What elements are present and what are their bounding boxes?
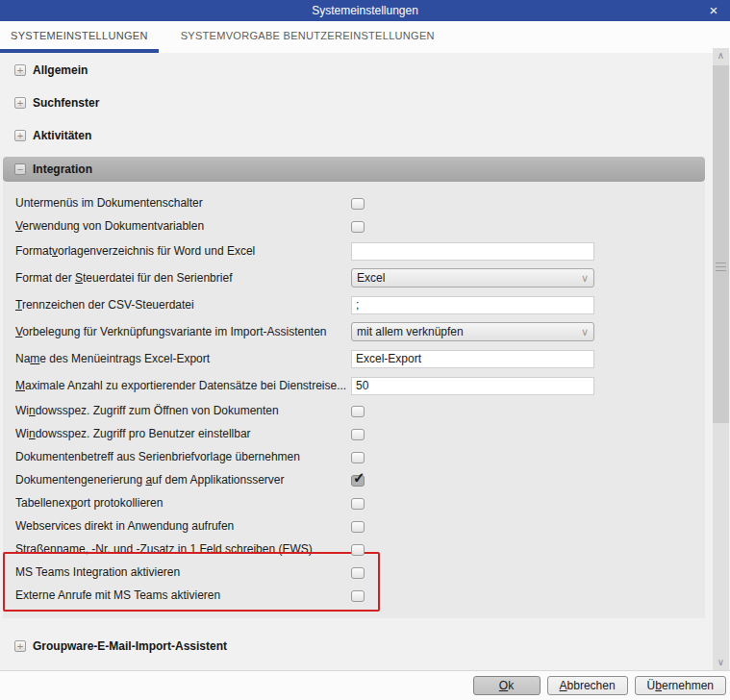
text-input[interactable]	[351, 296, 594, 314]
section-label: Integration	[33, 162, 92, 176]
setting-label: Dokumentenbetreff aus Serienbriefvorlage…	[15, 450, 351, 463]
settings-dialog: Systemeinstellungen × SYSTEMEINSTELLUNGE…	[0, 0, 730, 700]
settings-row: Windowsspez. Zugriff zum Öffnen von Doku…	[15, 399, 705, 422]
setting-label: Tabellenexport protokollieren	[15, 496, 351, 510]
setting-control: Excel∨	[351, 268, 594, 288]
title-bar: Systemeinstellungen ×	[0, 0, 730, 21]
scroll-down-icon[interactable]: ∨	[713, 655, 729, 670]
setting-control	[351, 404, 365, 417]
setting-control	[351, 196, 365, 210]
text-input[interactable]	[351, 350, 594, 368]
window-title: Systemeinstellungen	[312, 4, 418, 17]
section-header-1[interactable]: + Suchfenster	[0, 87, 709, 119]
setting-label: Straßenname, -Nr. und -Zusatz in 1 Feld …	[15, 542, 351, 556]
expand-icon[interactable]: +	[14, 640, 26, 652]
footer-button-bar: Ok Abbrechen Übernehmen	[0, 670, 730, 700]
expand-icon[interactable]: +	[14, 97, 26, 109]
vertical-scrollbar[interactable]: ∧ ∨	[713, 48, 729, 670]
checkbox[interactable]	[351, 498, 365, 510]
check-icon: ✓	[353, 469, 365, 487]
settings-row: Verwendung von Dokumentvariablen	[15, 214, 705, 238]
text-input[interactable]	[351, 242, 594, 261]
section-label: Groupware-E-Mail-Import-Assistent	[33, 639, 227, 653]
setting-label: Externe Anrufe mit MS Teams aktivieren	[15, 588, 351, 602]
collapse-icon[interactable]: −	[14, 163, 26, 175]
checkbox[interactable]	[351, 567, 365, 579]
setting-label: Untermenüs im Dokumentenschalter	[15, 196, 351, 210]
footer-button-abbrechen[interactable]: Abbrechen	[547, 676, 628, 695]
setting-label: Name des Menüeintrags Excel-Export	[15, 352, 351, 365]
chevron-down-icon: ∨	[581, 326, 589, 338]
setting-label: MS Teams Integration aktivieren	[15, 565, 351, 579]
dropdown-value: Excel	[357, 271, 581, 285]
checkbox[interactable]	[351, 198, 365, 210]
setting-label: Trennzeichen der CSV-Steuerdatei	[15, 298, 351, 312]
section-header-integration[interactable]: − Integration	[3, 157, 705, 182]
scroll-up-icon[interactable]: ∧	[713, 48, 729, 63]
settings-row: Formatvorlagenverzeichnis für Word und E…	[15, 238, 705, 264]
footer-button-ok[interactable]: Ok	[473, 676, 541, 695]
section-label: Allgemein	[33, 63, 88, 77]
settings-row: Webservices direkt in Anwendung aufrufen	[15, 514, 705, 538]
setting-control	[351, 450, 365, 463]
checkbox[interactable]	[351, 452, 365, 463]
settings-scroll-area: + Allgemein + Suchfenster + Aktivitäten …	[0, 53, 709, 670]
close-icon[interactable]: ×	[697, 0, 730, 21]
expand-icon[interactable]: +	[14, 64, 26, 76]
dropdown[interactable]: Excel∨	[351, 268, 594, 288]
dropdown-value: mit allem verknüpfen	[357, 325, 581, 338]
settings-row: Name des Menüeintrags Excel-Export	[15, 345, 705, 372]
settings-row: MS Teams Integration aktivieren	[15, 561, 705, 584]
settings-row: Format der Steuerdatei für den Serienbri…	[15, 264, 705, 291]
setting-label: Windowsspez. Zugriff zum Öffnen von Doku…	[15, 404, 351, 417]
setting-control	[351, 377, 594, 395]
scrollbar-grip	[716, 262, 726, 274]
setting-control	[351, 565, 365, 579]
settings-row: Vorbelegung für Verknüpfungsvariante im …	[15, 318, 705, 345]
tab-bar: SYSTEMEINSTELLUNGEN SYSTEMVORGABE BENUTZ…	[0, 21, 730, 53]
tab-systemeinstellungen[interactable]: SYSTEMEINSTELLUNGEN	[0, 21, 159, 53]
dropdown[interactable]: mit allem verknüpfen∨	[351, 322, 594, 341]
divider	[0, 618, 709, 630]
section-label: Aktivitäten	[33, 129, 91, 142]
checkbox[interactable]	[351, 429, 365, 440]
checkbox[interactable]	[351, 406, 365, 417]
sections-bottom: + Groupware-E-Mail-Import-Assistent	[0, 630, 709, 662]
settings-row: Straßenname, -Nr. und -Zusatz in 1 Feld …	[15, 538, 705, 561]
text-input[interactable]	[351, 377, 594, 395]
section-header-2[interactable]: + Aktivitäten	[0, 119, 709, 152]
settings-row: Dokumentenbetreff aus Serienbriefvorlage…	[15, 445, 705, 468]
tab-systemvorgabe-benutzereinstellungen[interactable]: SYSTEMVORGABE BENUTZEREINSTELLUNGEN	[170, 21, 445, 53]
setting-control	[351, 542, 365, 556]
footer-button-übernehmen[interactable]: Übernehmen	[635, 676, 726, 695]
settings-row: Untermenüs im Dokumentenschalter	[15, 191, 705, 214]
settings-row: Trennzeichen der CSV-Steuerdatei	[15, 291, 705, 318]
setting-label: Webservices direkt in Anwendung aufrufen	[15, 519, 351, 533]
scrollbar-thumb[interactable]	[713, 65, 729, 423]
setting-control	[351, 219, 365, 233]
settings-row: Tabellenexport protokollieren	[15, 491, 705, 514]
settings-row: Windowsspez. Zugriff pro Benutzer einste…	[15, 422, 705, 445]
chevron-down-icon: ∨	[581, 272, 589, 285]
section-label: Suchfenster	[33, 96, 99, 110]
setting-control: ✓	[351, 473, 365, 487]
checkbox[interactable]	[351, 544, 365, 556]
tab-label: SYSTEMVORGABE BENUTZEREINSTELLUNGEN	[181, 30, 435, 41]
setting-control	[351, 350, 594, 368]
setting-control	[351, 496, 365, 510]
checkbox[interactable]	[351, 590, 365, 602]
integration-rows: Untermenüs im Dokumentenschalter Verwend…	[3, 182, 705, 618]
setting-label: Formatvorlagenverzeichnis für Word und E…	[15, 244, 351, 258]
tab-label: SYSTEMEINSTELLUNGEN	[11, 30, 148, 41]
section-header-0[interactable]: + Allgemein	[0, 54, 709, 87]
setting-control	[351, 242, 594, 261]
setting-control	[351, 588, 365, 602]
checkbox[interactable]	[351, 221, 365, 233]
section-header-0[interactable]: + Groupware-E-Mail-Import-Assistent	[0, 630, 709, 662]
setting-label: Vorbelegung für Verknüpfungsvariante im …	[15, 325, 351, 338]
expand-icon[interactable]: +	[14, 130, 26, 141]
checkbox[interactable]	[351, 521, 365, 533]
checkbox[interactable]: ✓	[351, 475, 365, 487]
settings-row: Externe Anrufe mit MS Teams aktivieren	[15, 584, 705, 607]
setting-control	[351, 519, 365, 533]
